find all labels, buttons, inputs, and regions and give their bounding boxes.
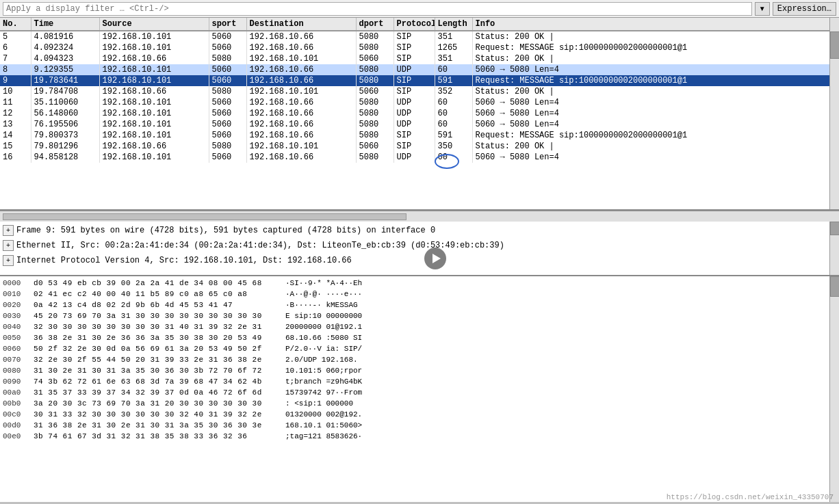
detail-row[interactable]: +Ethernet II, Src: 00:2a:2a:41:de:34 (00… — [3, 238, 836, 253]
table-row[interactable]: 1135.110060192.168.10.1015060192.168.10.… — [0, 97, 839, 108]
expand-icon[interactable]: + — [3, 240, 14, 251]
table-row[interactable]: 54.081916192.168.10.1015060192.168.10.66… — [0, 31, 839, 42]
hex-ascii: ·SI··9·* *A·4··Eh — [285, 279, 362, 287]
hex-offset: 0040 — [3, 323, 34, 331]
cell-dport: 5060 — [356, 141, 393, 152]
hex-bytes: 50 2f 32 2e 30 0d 0a 56 69 61 3a 20 53 4… — [34, 345, 280, 353]
cell-source: 192.168.10.101 — [99, 108, 209, 119]
cell-length: 60 — [435, 108, 472, 119]
cell-dport: 5080 — [356, 42, 393, 53]
table-row[interactable]: 1579.801296192.168.10.665080192.168.10.1… — [0, 141, 839, 152]
hex-bytes: 36 38 2e 31 30 2e 36 36 3a 35 30 38 30 2… — [34, 334, 280, 342]
packet-list-pane: No.TimeSourcesportDestinationdportProtoc… — [0, 18, 839, 211]
hex-bytes: 74 3b 62 72 61 6e 63 68 3d 7a 39 68 47 3… — [34, 377, 280, 386]
table-row[interactable]: 1019.784708192.168.10.665080192.168.10.1… — [0, 86, 839, 97]
cell-no: 11 — [0, 97, 31, 108]
detail-row[interactable]: +Frame 9: 591 bytes on wire (4728 bits),… — [3, 223, 836, 238]
detail-scrollbar-thumb[interactable] — [830, 222, 839, 235]
hex-offset: 0080 — [3, 367, 34, 375]
packet-table-header: No.TimeSourcesportDestinationdportProtoc… — [0, 18, 839, 31]
cell-protocol: SIP — [393, 42, 435, 53]
hex-content: 0000d0 53 49 eb cb 39 00 2a 2a 41 de 34 … — [0, 276, 829, 502]
packet-table-body[interactable]: 54.081916192.168.10.1015060192.168.10.66… — [0, 31, 839, 163]
column-header-protocol[interactable]: Protocol — [393, 18, 435, 31]
column-header-time[interactable]: Time — [31, 18, 99, 31]
cell-protocol: SIP — [393, 130, 435, 141]
cell-source: 192.168.10.101 — [99, 97, 209, 108]
table-row[interactable]: 1694.858128192.168.10.1015060192.168.10.… — [0, 152, 839, 163]
packet-table: No.TimeSourcesportDestinationdportProtoc… — [0, 18, 839, 163]
hex-row: 00200a 42 13 c4 d8 02 2d 9b 6b 4d 45 53 … — [0, 300, 829, 310]
hex-offset: 00d0 — [3, 421, 34, 429]
filter-dropdown-button[interactable]: ▼ — [755, 2, 770, 16]
expand-icon[interactable]: + — [3, 225, 14, 236]
cell-sport: 5060 — [209, 119, 246, 130]
hex-bytes: 02 41 ec c2 40 00 40 11 b5 89 c0 a8 65 c… — [34, 290, 280, 298]
cell-length: 350 — [435, 141, 472, 152]
hex-offset: 00a0 — [3, 388, 34, 397]
cell-length: 1265 — [435, 42, 472, 53]
table-row[interactable]: 1376.195506192.168.10.1015060192.168.10.… — [0, 119, 839, 130]
column-header-length[interactable]: Length — [435, 18, 472, 31]
expand-icon[interactable]: + — [3, 255, 14, 266]
hex-row: 005036 38 2e 31 30 2e 36 36 3a 35 30 38 … — [0, 332, 829, 343]
play-button[interactable] — [424, 248, 446, 269]
cell-source: 192.168.10.101 — [99, 64, 209, 75]
cell-length: 60 — [435, 64, 472, 75]
column-header-source[interactable]: Source — [99, 18, 209, 31]
detail-row[interactable]: +Internet Protocol Version 4, Src: 192.1… — [3, 253, 836, 268]
cell-length: 60 — [435, 119, 472, 130]
cell-info: 5060 → 5080 Len=4 — [472, 108, 839, 119]
expression-button[interactable]: Expression… — [773, 2, 836, 16]
table-row[interactable]: 89.129355192.168.10.1015060192.168.10.66… — [0, 64, 839, 75]
cell-time: 76.195506 — [31, 119, 99, 130]
table-row[interactable]: 64.092324192.168.10.1015060192.168.10.66… — [0, 42, 839, 53]
cell-no: 13 — [0, 119, 31, 130]
cell-destination: 192.168.10.66 — [246, 108, 356, 119]
column-header-info[interactable]: Info — [472, 18, 839, 31]
table-row[interactable]: 1256.148060192.168.10.1015060192.168.10.… — [0, 108, 839, 119]
cell-sport: 5060 — [209, 152, 246, 163]
table-row[interactable]: 1479.800373192.168.10.1015060192.168.10.… — [0, 130, 839, 141]
horizontal-scrollbar[interactable] — [0, 211, 839, 222]
hex-bytes: 31 36 38 2e 31 30 2e 31 30 31 3a 35 30 3… — [34, 421, 280, 429]
cell-dport: 5080 — [356, 130, 393, 141]
hex-bytes: 45 20 73 69 70 3a 31 30 30 30 30 30 30 3… — [34, 312, 280, 320]
cell-sport: 5080 — [209, 53, 246, 64]
hex-bytes: 3b 74 61 67 3d 31 32 31 38 35 38 33 36 3… — [34, 432, 280, 440]
cell-length: 591 — [435, 75, 472, 86]
column-header-destination[interactable]: Destination — [246, 18, 356, 31]
hex-row: 007032 2e 30 2f 55 44 50 20 31 39 33 2e … — [0, 354, 829, 365]
cell-length: 591 — [435, 130, 472, 141]
cell-protocol: SIP — [393, 31, 435, 42]
hex-ascii: 68.10.66 :5080 SI — [285, 334, 362, 342]
packet-list-scrollbar[interactable] — [829, 18, 839, 209]
hex-scrollbar[interactable] — [829, 276, 839, 502]
hex-ascii: 20000000 01@192.1 — [285, 323, 362, 331]
column-header-sport[interactable]: sport — [209, 18, 246, 31]
table-row[interactable]: 74.094323192.168.10.665080192.168.10.101… — [0, 53, 839, 64]
cell-no: 16 — [0, 152, 31, 163]
cell-dport: 5080 — [356, 119, 393, 130]
column-header-no[interactable]: No. — [0, 18, 31, 31]
cell-destination: 192.168.10.66 — [246, 152, 356, 163]
hex-bytes: 32 2e 30 2f 55 44 50 20 31 39 33 2e 31 3… — [34, 356, 280, 364]
cell-sport: 5060 — [209, 75, 246, 86]
cell-no: 10 — [0, 86, 31, 97]
detail-scrollbar[interactable] — [829, 222, 839, 275]
hex-ascii: ·A··@·@· ····e··· — [285, 290, 362, 298]
cell-info: Request: MESSAGE sip:1000000000200000000… — [472, 42, 839, 53]
scrollbar-thumb[interactable] — [830, 31, 839, 59]
hex-bytes: 3a 20 30 3c 73 69 70 3a 31 20 30 30 30 3… — [34, 399, 280, 408]
column-header-dport[interactable]: dport — [356, 18, 393, 31]
hex-bytes: d0 53 49 eb cb 39 00 2a 2a 41 de 34 08 0… — [34, 279, 280, 287]
cell-time: 56.148060 — [31, 108, 99, 119]
cell-no: 15 — [0, 141, 31, 152]
cell-sport: 5080 — [209, 141, 246, 152]
hex-scrollbar-thumb[interactable] — [830, 276, 839, 297]
table-row[interactable]: 919.783641192.168.10.1015060192.168.10.6… — [0, 75, 839, 86]
cell-info: Status: 200 OK | — [472, 141, 839, 152]
filter-input[interactable] — [3, 2, 752, 16]
cell-info: Status: 200 OK | — [472, 31, 839, 42]
cell-no: 12 — [0, 108, 31, 119]
